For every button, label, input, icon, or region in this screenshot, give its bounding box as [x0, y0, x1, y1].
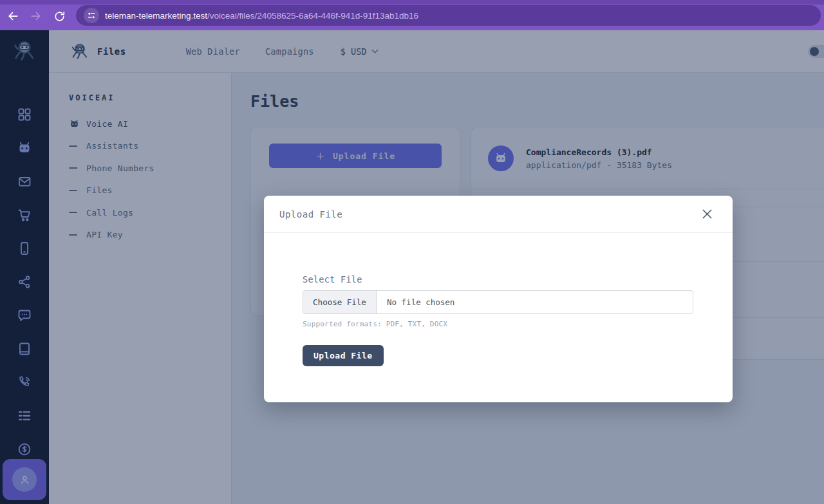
url-bar[interactable]: teleman-telemarketing.test/voiceai/files…: [76, 5, 821, 26]
select-file-label: Select File: [303, 274, 694, 285]
url-path: /voiceai/files/24058625-6a64-446f-941d-9…: [207, 11, 418, 21]
browser-chrome: teleman-telemarketing.test/voiceai/files…: [0, 0, 824, 30]
modal-upload-button[interactable]: Upload File: [303, 345, 384, 366]
modal-close-button[interactable]: [698, 205, 716, 223]
modal-body: Select File Choose File No file chosen S…: [264, 233, 733, 366]
url-text: teleman-telemarketing.test/voiceai/files…: [105, 11, 418, 21]
modal-header: Upload File: [264, 196, 733, 233]
browser-reload-button[interactable]: [49, 6, 70, 26]
no-file-chosen-text: No file chosen: [387, 297, 454, 307]
url-domain: teleman-telemarketing.test: [105, 11, 207, 21]
browser-back-button[interactable]: [3, 6, 23, 26]
modal-title: Upload File: [279, 209, 342, 219]
supported-formats-note: Supported formats: PDF, TXT, DOCX: [303, 320, 694, 328]
forward-arrow-icon: [30, 10, 42, 23]
choose-file-button[interactable]: Choose File: [303, 291, 377, 313]
browser-top-strip: [0, 0, 824, 5]
browser-forward-button[interactable]: [26, 6, 46, 26]
back-arrow-icon: [6, 10, 19, 23]
upload-file-modal: Upload File Select File Choose File No f…: [264, 196, 733, 402]
reload-icon: [53, 10, 66, 23]
file-input[interactable]: Choose File No file chosen: [303, 290, 693, 314]
close-icon: [702, 209, 713, 219]
site-settings-icon[interactable]: [84, 8, 99, 23]
app-window: Files Web Dialer Campaigns $ USD VOICEAI…: [0, 30, 824, 504]
